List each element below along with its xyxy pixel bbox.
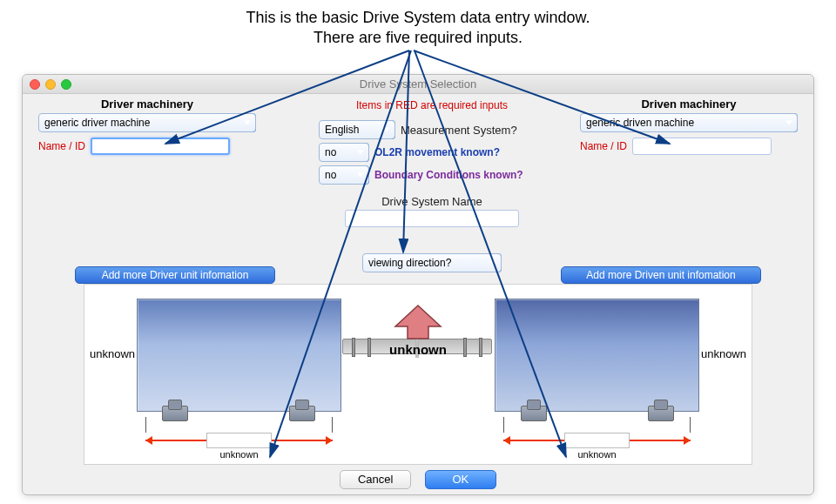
machine-diagram: unknown unknown unknown <box>84 284 752 465</box>
driven-name-id-input[interactable] <box>632 138 772 155</box>
driven-side-label: unknown <box>701 347 746 360</box>
dialog-window: Drive System Selection Driver machinery … <box>22 74 814 495</box>
window-controls <box>30 79 71 90</box>
ok-button[interactable]: OK <box>425 470 496 489</box>
driver-foot-dimension: unknown <box>145 433 333 459</box>
driver-foot-right <box>289 406 315 421</box>
window-title: Drive System Selection <box>360 77 476 91</box>
driver-machine-select[interactable]: generic driver machine <box>38 113 256 132</box>
driver-foot-left <box>162 406 188 421</box>
zoom-icon[interactable] <box>61 79 71 90</box>
required-inputs-hint: Items in RED are required inputs <box>319 99 545 111</box>
driven-dim-label: unknown <box>503 449 691 460</box>
dialog-button-row: Cancel OK <box>23 470 813 489</box>
driven-machine-graphic <box>495 299 699 412</box>
driver-dim-input[interactable] <box>206 433 272 448</box>
driven-column: Driven machinery generic driven machine … <box>580 94 798 158</box>
driver-dim-label: unknown <box>145 449 333 460</box>
driver-column: Driver machinery generic driver machine … <box>38 94 256 158</box>
add-driver-info-button[interactable]: Add more Driver unit infomation <box>75 266 275 284</box>
direction-arrow-icon <box>392 304 444 340</box>
annotation-line2: There are five required inputs. <box>0 29 836 47</box>
annotation-text: This is the basic Drive System data entr… <box>0 9 836 47</box>
driver-heading: Driver machinery <box>38 97 256 111</box>
add-driven-info-button[interactable]: Add more Driven unit infomation <box>561 266 761 284</box>
driven-foot-left <box>521 406 547 421</box>
driven-dim-input[interactable] <box>564 433 630 448</box>
titlebar: Drive System Selection <box>23 75 813 94</box>
viewing-direction-select[interactable]: viewing direction? <box>362 253 502 272</box>
drive-system-name-label: Drive System Name <box>319 195 545 208</box>
ol2r-label: OL2R movement known? <box>374 146 500 158</box>
cancel-button[interactable]: Cancel <box>340 470 411 489</box>
driven-heading: Driven machinery <box>580 97 798 111</box>
driver-name-id-input[interactable] <box>91 138 230 155</box>
annotation-line1: This is the basic Drive System data entr… <box>0 9 836 27</box>
boundary-label: Boundary Conditions known? <box>374 169 523 181</box>
driver-side-label: unknown <box>90 347 135 360</box>
center-column: Items in RED are required inputs English… <box>319 94 545 272</box>
direction-unknown-label: unknown <box>389 342 447 357</box>
boundary-select[interactable]: no <box>319 165 369 185</box>
driven-machine-select[interactable]: generic driven machine <box>580 113 798 132</box>
minimize-icon[interactable] <box>45 79 56 90</box>
measurement-label: Measurement System? <box>401 124 517 137</box>
driven-foot-dimension: unknown <box>503 433 691 459</box>
driven-foot-right <box>648 406 674 421</box>
driver-name-id-label: Name / ID <box>38 140 85 152</box>
close-icon[interactable] <box>30 79 40 90</box>
measurement-select[interactable]: English <box>319 120 395 139</box>
driver-machine-graphic <box>137 299 341 412</box>
dialog-content: Driver machinery generic driver machine … <box>23 94 813 494</box>
ol2r-select[interactable]: no <box>319 143 369 162</box>
drive-system-name-input[interactable] <box>345 210 519 227</box>
driven-name-id-label: Name / ID <box>580 140 627 152</box>
